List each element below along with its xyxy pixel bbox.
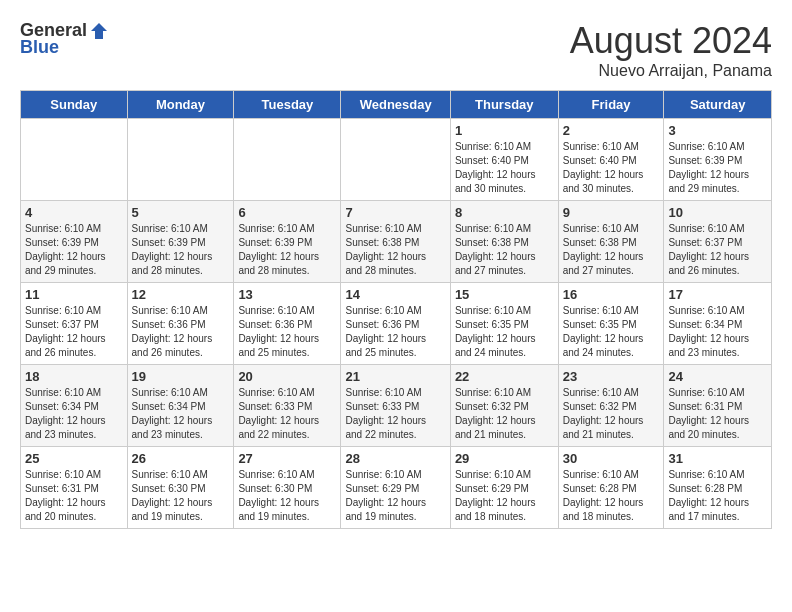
calendar-week-row: 25Sunrise: 6:10 AM Sunset: 6:31 PM Dayli… — [21, 447, 772, 529]
page-header: General Blue August 2024 Nuevo Arraijan,… — [20, 20, 772, 80]
calendar-cell: 25Sunrise: 6:10 AM Sunset: 6:31 PM Dayli… — [21, 447, 128, 529]
day-number: 24 — [668, 369, 767, 384]
calendar-cell: 19Sunrise: 6:10 AM Sunset: 6:34 PM Dayli… — [127, 365, 234, 447]
day-number: 16 — [563, 287, 660, 302]
day-info: Sunrise: 6:10 AM Sunset: 6:37 PM Dayligh… — [668, 222, 767, 278]
day-info: Sunrise: 6:10 AM Sunset: 6:39 PM Dayligh… — [132, 222, 230, 278]
calendar-cell: 16Sunrise: 6:10 AM Sunset: 6:35 PM Dayli… — [558, 283, 664, 365]
day-info: Sunrise: 6:10 AM Sunset: 6:30 PM Dayligh… — [238, 468, 336, 524]
calendar-cell: 6Sunrise: 6:10 AM Sunset: 6:39 PM Daylig… — [234, 201, 341, 283]
day-of-week-header: Sunday — [21, 91, 128, 119]
day-info: Sunrise: 6:10 AM Sunset: 6:40 PM Dayligh… — [563, 140, 660, 196]
day-number: 12 — [132, 287, 230, 302]
calendar-week-row: 4Sunrise: 6:10 AM Sunset: 6:39 PM Daylig… — [21, 201, 772, 283]
calendar-cell: 28Sunrise: 6:10 AM Sunset: 6:29 PM Dayli… — [341, 447, 450, 529]
calendar-cell: 5Sunrise: 6:10 AM Sunset: 6:39 PM Daylig… — [127, 201, 234, 283]
calendar-cell: 21Sunrise: 6:10 AM Sunset: 6:33 PM Dayli… — [341, 365, 450, 447]
calendar-cell: 23Sunrise: 6:10 AM Sunset: 6:32 PM Dayli… — [558, 365, 664, 447]
logo-blue-text: Blue — [20, 37, 59, 58]
day-number: 25 — [25, 451, 123, 466]
calendar-cell — [341, 119, 450, 201]
day-info: Sunrise: 6:10 AM Sunset: 6:32 PM Dayligh… — [455, 386, 554, 442]
calendar-cell: 3Sunrise: 6:10 AM Sunset: 6:39 PM Daylig… — [664, 119, 772, 201]
day-number: 6 — [238, 205, 336, 220]
calendar-week-row: 11Sunrise: 6:10 AM Sunset: 6:37 PM Dayli… — [21, 283, 772, 365]
day-number: 15 — [455, 287, 554, 302]
day-number: 14 — [345, 287, 445, 302]
day-info: Sunrise: 6:10 AM Sunset: 6:35 PM Dayligh… — [563, 304, 660, 360]
calendar-cell: 17Sunrise: 6:10 AM Sunset: 6:34 PM Dayli… — [664, 283, 772, 365]
day-of-week-header: Monday — [127, 91, 234, 119]
calendar-cell: 13Sunrise: 6:10 AM Sunset: 6:36 PM Dayli… — [234, 283, 341, 365]
day-info: Sunrise: 6:10 AM Sunset: 6:38 PM Dayligh… — [455, 222, 554, 278]
calendar-table: SundayMondayTuesdayWednesdayThursdayFrid… — [20, 90, 772, 529]
calendar-cell: 24Sunrise: 6:10 AM Sunset: 6:31 PM Dayli… — [664, 365, 772, 447]
day-number: 27 — [238, 451, 336, 466]
calendar-header-row: SundayMondayTuesdayWednesdayThursdayFrid… — [21, 91, 772, 119]
day-number: 31 — [668, 451, 767, 466]
day-info: Sunrise: 6:10 AM Sunset: 6:34 PM Dayligh… — [25, 386, 123, 442]
calendar-cell: 1Sunrise: 6:10 AM Sunset: 6:40 PM Daylig… — [450, 119, 558, 201]
calendar-cell — [127, 119, 234, 201]
day-info: Sunrise: 6:10 AM Sunset: 6:29 PM Dayligh… — [345, 468, 445, 524]
calendar-cell: 20Sunrise: 6:10 AM Sunset: 6:33 PM Dayli… — [234, 365, 341, 447]
logo: General Blue — [20, 20, 109, 58]
day-info: Sunrise: 6:10 AM Sunset: 6:30 PM Dayligh… — [132, 468, 230, 524]
day-number: 17 — [668, 287, 767, 302]
day-info: Sunrise: 6:10 AM Sunset: 6:34 PM Dayligh… — [668, 304, 767, 360]
day-info: Sunrise: 6:10 AM Sunset: 6:39 PM Dayligh… — [25, 222, 123, 278]
day-info: Sunrise: 6:10 AM Sunset: 6:37 PM Dayligh… — [25, 304, 123, 360]
day-number: 13 — [238, 287, 336, 302]
day-info: Sunrise: 6:10 AM Sunset: 6:38 PM Dayligh… — [563, 222, 660, 278]
calendar-week-row: 18Sunrise: 6:10 AM Sunset: 6:34 PM Dayli… — [21, 365, 772, 447]
day-number: 5 — [132, 205, 230, 220]
day-number: 28 — [345, 451, 445, 466]
day-number: 19 — [132, 369, 230, 384]
day-info: Sunrise: 6:10 AM Sunset: 6:28 PM Dayligh… — [668, 468, 767, 524]
location-subtitle: Nuevo Arraijan, Panama — [570, 62, 772, 80]
title-section: August 2024 Nuevo Arraijan, Panama — [570, 20, 772, 80]
calendar-cell: 27Sunrise: 6:10 AM Sunset: 6:30 PM Dayli… — [234, 447, 341, 529]
calendar-cell: 22Sunrise: 6:10 AM Sunset: 6:32 PM Dayli… — [450, 365, 558, 447]
day-number: 18 — [25, 369, 123, 384]
calendar-cell: 11Sunrise: 6:10 AM Sunset: 6:37 PM Dayli… — [21, 283, 128, 365]
day-number: 4 — [25, 205, 123, 220]
calendar-cell: 26Sunrise: 6:10 AM Sunset: 6:30 PM Dayli… — [127, 447, 234, 529]
day-number: 26 — [132, 451, 230, 466]
day-info: Sunrise: 6:10 AM Sunset: 6:38 PM Dayligh… — [345, 222, 445, 278]
calendar-cell: 8Sunrise: 6:10 AM Sunset: 6:38 PM Daylig… — [450, 201, 558, 283]
day-number: 10 — [668, 205, 767, 220]
svg-marker-0 — [91, 23, 107, 39]
calendar-cell: 10Sunrise: 6:10 AM Sunset: 6:37 PM Dayli… — [664, 201, 772, 283]
day-info: Sunrise: 6:10 AM Sunset: 6:40 PM Dayligh… — [455, 140, 554, 196]
calendar-cell: 9Sunrise: 6:10 AM Sunset: 6:38 PM Daylig… — [558, 201, 664, 283]
day-number: 21 — [345, 369, 445, 384]
calendar-cell: 15Sunrise: 6:10 AM Sunset: 6:35 PM Dayli… — [450, 283, 558, 365]
day-of-week-header: Thursday — [450, 91, 558, 119]
day-of-week-header: Friday — [558, 91, 664, 119]
day-info: Sunrise: 6:10 AM Sunset: 6:39 PM Dayligh… — [238, 222, 336, 278]
day-info: Sunrise: 6:10 AM Sunset: 6:36 PM Dayligh… — [238, 304, 336, 360]
calendar-cell: 30Sunrise: 6:10 AM Sunset: 6:28 PM Dayli… — [558, 447, 664, 529]
day-number: 8 — [455, 205, 554, 220]
day-info: Sunrise: 6:10 AM Sunset: 6:32 PM Dayligh… — [563, 386, 660, 442]
day-info: Sunrise: 6:10 AM Sunset: 6:33 PM Dayligh… — [345, 386, 445, 442]
day-info: Sunrise: 6:10 AM Sunset: 6:31 PM Dayligh… — [25, 468, 123, 524]
day-info: Sunrise: 6:10 AM Sunset: 6:29 PM Dayligh… — [455, 468, 554, 524]
day-info: Sunrise: 6:10 AM Sunset: 6:31 PM Dayligh… — [668, 386, 767, 442]
calendar-week-row: 1Sunrise: 6:10 AM Sunset: 6:40 PM Daylig… — [21, 119, 772, 201]
day-of-week-header: Tuesday — [234, 91, 341, 119]
day-number: 11 — [25, 287, 123, 302]
day-info: Sunrise: 6:10 AM Sunset: 6:28 PM Dayligh… — [563, 468, 660, 524]
calendar-cell: 31Sunrise: 6:10 AM Sunset: 6:28 PM Dayli… — [664, 447, 772, 529]
calendar-cell: 7Sunrise: 6:10 AM Sunset: 6:38 PM Daylig… — [341, 201, 450, 283]
day-info: Sunrise: 6:10 AM Sunset: 6:33 PM Dayligh… — [238, 386, 336, 442]
day-info: Sunrise: 6:10 AM Sunset: 6:36 PM Dayligh… — [132, 304, 230, 360]
day-number: 3 — [668, 123, 767, 138]
day-number: 23 — [563, 369, 660, 384]
day-number: 7 — [345, 205, 445, 220]
day-number: 22 — [455, 369, 554, 384]
calendar-cell: 18Sunrise: 6:10 AM Sunset: 6:34 PM Dayli… — [21, 365, 128, 447]
calendar-cell: 12Sunrise: 6:10 AM Sunset: 6:36 PM Dayli… — [127, 283, 234, 365]
calendar-cell: 2Sunrise: 6:10 AM Sunset: 6:40 PM Daylig… — [558, 119, 664, 201]
